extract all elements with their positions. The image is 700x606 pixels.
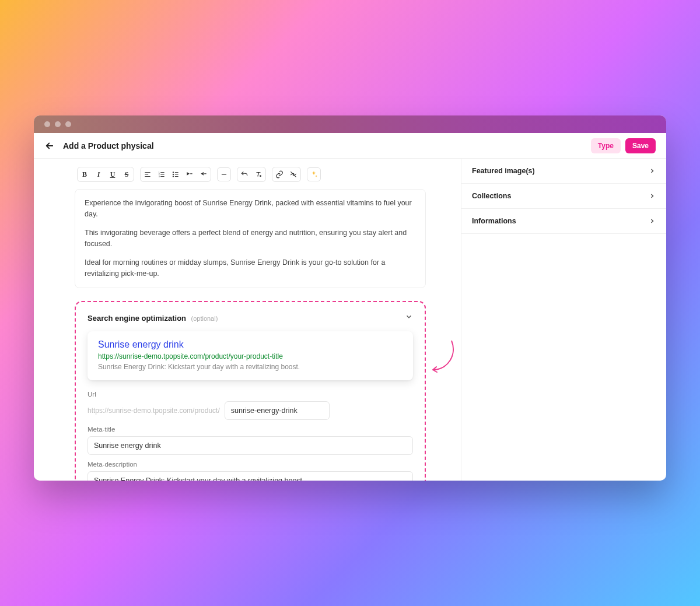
side-item-label: Informations bbox=[472, 217, 516, 225]
seo-optional-tag: (optional) bbox=[191, 315, 218, 322]
side-panel: Featured image(s) Collections Informatio… bbox=[461, 159, 666, 481]
page-header: Add a Product physical Type Save bbox=[34, 133, 666, 159]
url-prefix: https://sunrise-demo.tpopsite.com/produc… bbox=[88, 407, 220, 415]
seo-preview-desc: Sunrise Energy Drink: Kickstart your day… bbox=[98, 363, 402, 371]
bold-button[interactable]: B bbox=[78, 167, 92, 181]
hr-button[interactable] bbox=[217, 167, 231, 181]
seo-heading: Search engine optimization bbox=[88, 314, 186, 323]
svg-point-10 bbox=[173, 174, 173, 174]
side-item-label: Featured image(s) bbox=[472, 167, 535, 175]
side-item-label: Collections bbox=[472, 192, 511, 200]
url-slug-input[interactable] bbox=[225, 401, 330, 420]
seo-preview-url: https://sunrise-demo.tpopsite.com/produc… bbox=[98, 352, 402, 360]
undo-button[interactable] bbox=[237, 167, 251, 181]
chevron-right-icon bbox=[649, 192, 656, 199]
indent-button[interactable] bbox=[183, 167, 197, 181]
seo-preview-title: Sunrise energy drink bbox=[98, 339, 402, 350]
editor-toolbar: B I U S 123 bbox=[75, 163, 426, 185]
save-button[interactable]: Save bbox=[625, 138, 656, 153]
page-title: Add a Product physical bbox=[63, 141, 154, 150]
align-button[interactable] bbox=[141, 167, 155, 181]
meta-title-label: Meta-title bbox=[88, 426, 413, 433]
clear-format-button[interactable] bbox=[251, 167, 265, 181]
body: B I U S 123 bbox=[34, 159, 666, 481]
description-paragraph: This invigorating beverage offers a perf… bbox=[85, 227, 416, 250]
description-paragraph: Experience the invigorating boost of Sun… bbox=[85, 198, 416, 220]
app-window: Add a Product physical Type Save B I U S bbox=[34, 115, 666, 481]
meta-title-input[interactable] bbox=[88, 436, 413, 455]
unordered-list-button[interactable] bbox=[169, 167, 183, 181]
svg-point-11 bbox=[173, 176, 173, 177]
svg-text:3: 3 bbox=[159, 176, 160, 178]
seo-section: Search engine optimization (optional) Su… bbox=[75, 301, 426, 481]
window-titlebar bbox=[34, 115, 666, 133]
side-item-featured-images[interactable]: Featured image(s) bbox=[461, 159, 666, 184]
meta-description-input[interactable] bbox=[88, 471, 413, 481]
svg-rect-16 bbox=[204, 173, 206, 174]
chevron-right-icon bbox=[649, 167, 656, 174]
ai-sparkle-button[interactable] bbox=[307, 167, 321, 181]
side-item-collections[interactable]: Collections bbox=[461, 184, 666, 209]
italic-button[interactable]: I bbox=[92, 167, 106, 181]
window-dot bbox=[65, 121, 71, 127]
back-arrow-icon[interactable] bbox=[44, 141, 55, 151]
meta-description-label: Meta-description bbox=[88, 461, 413, 468]
ordered-list-button[interactable]: 123 bbox=[155, 167, 169, 181]
svg-rect-15 bbox=[190, 173, 192, 174]
seo-preview-card: Sunrise energy drink https://sunrise-dem… bbox=[88, 331, 413, 380]
chevron-down-icon[interactable] bbox=[405, 313, 413, 323]
type-button[interactable]: Type bbox=[591, 138, 621, 153]
svg-point-9 bbox=[173, 172, 173, 173]
strike-button[interactable]: S bbox=[120, 167, 134, 181]
window-dot bbox=[55, 121, 61, 127]
window-dot bbox=[44, 121, 50, 127]
main-column: B I U S 123 bbox=[34, 159, 461, 481]
underline-button[interactable]: U bbox=[106, 167, 120, 181]
outdent-button[interactable] bbox=[197, 167, 211, 181]
description-paragraph: Ideal for morning routines or midday slu… bbox=[85, 257, 416, 280]
url-label: Url bbox=[88, 391, 413, 398]
unlink-button[interactable] bbox=[286, 167, 300, 181]
side-item-informations[interactable]: Informations bbox=[461, 209, 666, 234]
description-editor[interactable]: Experience the invigorating boost of Sun… bbox=[75, 189, 426, 288]
chevron-right-icon bbox=[649, 218, 656, 225]
link-button[interactable] bbox=[272, 167, 286, 181]
